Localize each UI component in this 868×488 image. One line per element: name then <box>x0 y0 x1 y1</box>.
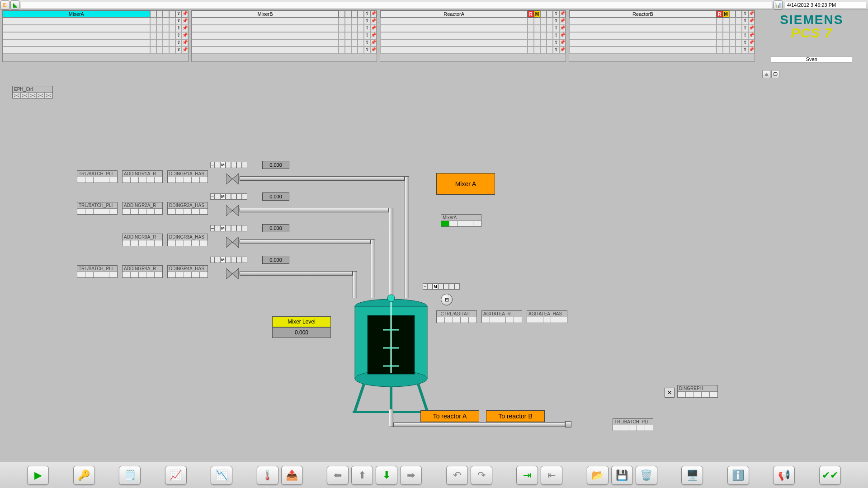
valve2-icon[interactable] <box>226 205 239 216</box>
valve2-status[interactable]: −M <box>210 193 247 200</box>
tag-agit-ctrl[interactable]: _CTRL/AGITATI <box>436 310 477 323</box>
svg-line-16 <box>355 384 364 411</box>
valve1-status[interactable]: −M <box>210 162 247 168</box>
flow2-value[interactable]: 0.000 <box>262 192 289 201</box>
side-nav-icons: ⚠ 🖵 <box>762 70 779 78</box>
mixera-status-block[interactable]: MixerA <box>441 214 481 227</box>
svg-marker-3 <box>232 205 239 216</box>
svg-marker-2 <box>226 205 232 216</box>
tag-ingr1a-r[interactable]: ADDINGR1A_R <box>122 170 163 183</box>
step-out-icon[interactable]: ⇤ <box>541 466 562 485</box>
horn-ack-icon[interactable]: 📢 <box>773 466 795 485</box>
tag-ingr3a-r[interactable]: ADDINGR3A_R <box>122 234 163 246</box>
nav-left-icon[interactable]: ⬅ <box>327 466 349 485</box>
alarm-triangle-icon[interactable]: ◣ <box>10 0 19 9</box>
pipe-2v <box>389 208 393 298</box>
logo-area: SIEMENS PCS 7 Sven <box>758 10 866 62</box>
tag-ingr1a-has[interactable]: DDINGR1A_HAS <box>167 170 208 183</box>
pipe-out-v <box>389 409 393 427</box>
tag-agit-has[interactable]: AGITATEA_HAS <box>527 310 567 323</box>
tag-right-batch[interactable]: TRL/BATCH_PLI <box>613 418 653 431</box>
svg-point-20 <box>387 295 395 302</box>
panel-reactor-a[interactable]: ReactorA RM⇪📌 ⇪📌 ⇪📌 ⇪📌 ⇪📌 ⇪📌 <box>380 10 566 62</box>
tag-batch1[interactable]: TRL/BATCH_PLI <box>77 170 118 183</box>
unit-panels: MixerA ⇪📌 ⇪📌 ⇪📌 ⇪📌 ⇪📌 ⇪📌 MixerB ⇪📌 ⇪📌 ⇪📌… <box>2 10 866 62</box>
sheet-icon[interactable]: 🗒️ <box>119 466 141 485</box>
svg-marker-5 <box>232 237 239 248</box>
panel-title[interactable]: MixerA <box>3 10 150 18</box>
valve1-icon[interactable] <box>226 174 239 184</box>
flow4-value[interactable]: 0.000 <box>262 256 289 264</box>
run-button[interactable]: ▶ <box>27 466 49 485</box>
redo-icon[interactable]: ↷ <box>471 466 492 485</box>
flow1-value[interactable]: 0.000 <box>262 161 289 169</box>
tag-ingr3a-has[interactable]: DDINGR3A_HAS <box>167 234 208 246</box>
valve3-status[interactable]: −M <box>210 225 247 231</box>
pipe-2 <box>240 208 389 212</box>
bottom-toolbar: ▶ 🔑 🗒️ 📈 📉 🌡️ 📤 ⬅ ⬆ ⬇ ➡ ↶ ↷ ⇥ ⇤ 📂 💾 🗑️ <box>0 462 868 488</box>
svg-marker-7 <box>232 268 239 279</box>
tag-agit-r[interactable]: AGITATEA_R <box>481 310 522 323</box>
nav-down-icon[interactable]: ⬇ <box>376 466 397 485</box>
panel-mixer-a[interactable]: MixerA ⇪📌 ⇪📌 ⇪📌 ⇪📌 ⇪📌 ⇪📌 <box>2 10 189 62</box>
key-icon[interactable]: 🔑 <box>73 466 95 485</box>
tag-ingr4a-has[interactable]: DDINGR4A_HAS <box>167 265 208 278</box>
info-icon[interactable]: ℹ️ <box>727 466 749 485</box>
valve3-icon[interactable] <box>226 237 239 248</box>
user-display: Sven <box>771 56 852 62</box>
nav-right-icon[interactable]: ➡ <box>400 466 422 485</box>
flow3-value[interactable]: 0.000 <box>262 224 289 232</box>
svg-line-17 <box>418 384 427 411</box>
panel-title[interactable]: MixerB <box>192 10 339 18</box>
tag-batch2[interactable]: TRL/BATCH_PLI <box>77 202 118 215</box>
svg-marker-0 <box>226 174 232 184</box>
pipe-4 <box>240 271 353 276</box>
agitator-status[interactable]: −M <box>423 283 460 290</box>
mixer-tank-icon[interactable] <box>350 294 432 422</box>
to-reactor-b-button[interactable]: To reactor B <box>486 410 545 422</box>
tag-ingr2a-r[interactable]: ADDINGR2A_R <box>122 202 163 215</box>
agitator-motor-icon[interactable]: ⊟ <box>441 294 453 305</box>
panel-title[interactable]: ReactorB <box>569 10 717 18</box>
svg-marker-4 <box>226 237 232 248</box>
tag-batch4[interactable]: TRL/BATCH_PLI <box>77 265 118 278</box>
svg-marker-6 <box>226 268 232 279</box>
monitor-icon[interactable]: 🖥️ <box>681 466 703 485</box>
pipe-terminal-icon <box>565 421 571 427</box>
tag-ingr2a-has[interactable]: DDINGR2A_HAS <box>167 202 208 215</box>
save-icon[interactable]: 💾 <box>611 466 633 485</box>
pipe-3 <box>240 239 371 244</box>
undo-icon[interactable]: ↶ <box>446 466 468 485</box>
to-reactor-a-button[interactable]: To reactor A <box>420 410 479 422</box>
pipe-1v <box>405 176 409 298</box>
mixer-level-label: Mixer Level <box>272 316 331 327</box>
tag-dingreph[interactable]: DINGREPH <box>677 385 718 398</box>
panel-reactor-b[interactable]: ReactorB RM⇪📌 ⇪📌 ⇪📌 ⇪📌 ⇪📌 ⇪📌 <box>569 10 755 62</box>
mixer-a-button[interactable]: Mixer A <box>436 173 495 195</box>
svg-marker-1 <box>232 174 239 184</box>
trend-icon[interactable]: 📉 <box>211 466 232 485</box>
panel-mixer-b[interactable]: MixerB ⇪📌 ⇪📌 ⇪📌 ⇪📌 ⇪📌 ⇪📌 <box>191 10 377 62</box>
report-icon[interactable]: 📈 <box>165 466 187 485</box>
panel-title[interactable]: ReactorA <box>380 10 528 18</box>
pcs7-logo: PCS 7 <box>791 25 832 41</box>
pipe-out-h <box>393 422 565 427</box>
mixer-level-value[interactable]: 0.000 <box>272 327 331 338</box>
batch-overview-icon[interactable]: 📊 <box>774 0 783 9</box>
therm-icon[interactable]: 🌡️ <box>257 466 278 485</box>
ack-all-icon[interactable]: ✔✔ <box>819 466 841 485</box>
warn-icon[interactable]: ⚠ <box>762 70 770 78</box>
address-field[interactable] <box>21 1 772 9</box>
valve4-status[interactable]: −M <box>210 257 247 263</box>
export-icon[interactable]: 📤 <box>281 466 303 485</box>
step-in-icon[interactable]: ⇥ <box>516 466 538 485</box>
valve4-icon[interactable] <box>226 268 239 279</box>
eph-ctrl-block[interactable]: EPH_Ctrl <box>12 86 53 99</box>
nav-up-icon[interactable]: ⬆ <box>351 466 373 485</box>
calendar-icon[interactable]: 🗓 <box>0 0 9 9</box>
screen-icon[interactable]: 🖵 <box>771 70 779 78</box>
tag-ingr4a-r[interactable]: ADDINGR4A_R <box>122 265 163 278</box>
delete-icon[interactable]: 🗑️ <box>636 466 657 485</box>
open-icon[interactable]: 📂 <box>587 466 609 485</box>
pump-icon[interactable]: ✕ <box>665 388 675 398</box>
